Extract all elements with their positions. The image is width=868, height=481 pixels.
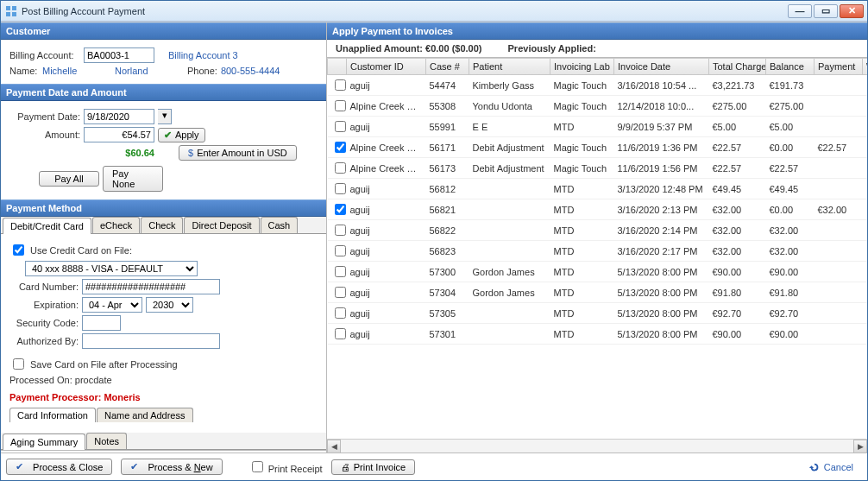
- payment-date-input[interactable]: [84, 109, 154, 124]
- row-checkbox[interactable]: [335, 79, 346, 91]
- cell-total: €32.00: [709, 199, 766, 220]
- col-patient[interactable]: Patient: [469, 59, 550, 75]
- col-case[interactable]: Case #: [426, 59, 469, 75]
- row-checkbox[interactable]: [335, 162, 346, 174]
- cancel-button[interactable]: Cancel: [800, 459, 862, 475]
- table-row[interactable]: aguij55991E EMTD9/9/2019 5:37 PM€5.00€5.…: [328, 117, 868, 137]
- cell-lab: MTD: [550, 117, 614, 137]
- cell-date: 11/6/2019 1:36 PM: [614, 137, 709, 158]
- table-row[interactable]: aguij56823MTD3/16/2020 2:17 PM€32.00€32.…: [328, 241, 868, 262]
- row-checkbox[interactable]: [335, 266, 346, 277]
- maximize-button[interactable]: ▭: [814, 4, 838, 18]
- row-checkbox[interactable]: [335, 121, 346, 132]
- col-writeoff[interactable]: Write-Off: [863, 59, 868, 75]
- row-checkbox[interactable]: [335, 287, 346, 298]
- minimize-button[interactable]: —: [788, 4, 812, 18]
- card-number-input[interactable]: [82, 279, 220, 294]
- tab-debit-credit[interactable]: Debit/Credit Card: [3, 218, 91, 234]
- cell-customer-id: aguij: [347, 303, 426, 324]
- col-customer-id[interactable]: Customer ID: [347, 59, 426, 75]
- row-checkbox[interactable]: [335, 307, 346, 319]
- cell-patient: [469, 199, 550, 220]
- cell-customer-id: aguij: [347, 220, 426, 241]
- col-lab[interactable]: Invoicing Lab: [550, 59, 614, 75]
- check-icon: ✔: [16, 461, 23, 472]
- cell-total: €91.80: [709, 282, 766, 303]
- authorized-by-input[interactable]: [82, 333, 220, 349]
- table-row[interactable]: aguij56812MTD3/13/2020 12:48 PM€49.45€49…: [328, 179, 868, 199]
- pay-all-button[interactable]: Pay All: [39, 171, 99, 187]
- row-checkbox[interactable]: [335, 245, 346, 256]
- table-row[interactable]: aguij57305MTD5/13/2020 8:00 PM€92.70€92.…: [328, 303, 868, 324]
- table-row[interactable]: Alpine Creek De...56173Debit AdjustmentM…: [328, 158, 868, 179]
- col-date[interactable]: Invoice Date: [614, 59, 709, 75]
- table-row[interactable]: aguij56821MTD3/16/2020 2:13 PM€32.00€0.0…: [328, 199, 868, 220]
- app-icon: [4, 4, 18, 18]
- cell-patient: [469, 220, 550, 241]
- billing-account-link[interactable]: Billing Account 3: [168, 50, 238, 60]
- row-checkbox[interactable]: [335, 142, 346, 153]
- lastname-link[interactable]: Norland: [115, 66, 184, 76]
- table-row[interactable]: Alpine Creek De...55308Yondu UdontaMagic…: [328, 96, 868, 117]
- tab-echeck[interactable]: eCheck: [92, 217, 140, 233]
- col-balance[interactable]: Balance: [766, 59, 815, 75]
- cell-writeoff: [863, 303, 868, 324]
- table-row[interactable]: aguij57301MTD5/13/2020 8:00 PM€90.00€90.…: [328, 324, 868, 345]
- apply-amount-button[interactable]: ✔Apply: [158, 128, 205, 142]
- invoice-grid[interactable]: Customer ID Case # Patient Invoicing Lab…: [327, 58, 867, 439]
- pay-none-button[interactable]: Pay None: [103, 166, 163, 192]
- cell-patient: Kimberly Gass: [469, 75, 550, 96]
- save-card-checkbox[interactable]: [13, 358, 24, 370]
- col-total[interactable]: Total Charge: [709, 59, 766, 75]
- col-checkbox[interactable]: [328, 59, 347, 75]
- table-row[interactable]: aguij57300Gordon JamesMTD5/13/2020 8:00 …: [328, 262, 868, 282]
- tab-notes[interactable]: Notes: [86, 433, 127, 449]
- horizontal-scrollbar[interactable]: ◀ ▶: [327, 439, 867, 453]
- cell-total: €275.00: [709, 96, 766, 117]
- cell-lab: Magic Touch: [550, 75, 614, 96]
- cell-total: €5.00: [709, 117, 766, 137]
- firstname-link[interactable]: Michelle: [42, 66, 111, 76]
- process-new-button[interactable]: ✔ Process & New: [121, 459, 222, 475]
- exp-year-select[interactable]: 2030: [146, 297, 193, 313]
- scroll-right-button[interactable]: ▶: [853, 440, 867, 453]
- svg-rect-2: [6, 12, 10, 16]
- subtab-card-info[interactable]: Card Information: [9, 408, 96, 422]
- tab-cash[interactable]: Cash: [261, 217, 299, 233]
- customer-header: Customer: [1, 22, 326, 40]
- row-checkbox[interactable]: [335, 100, 346, 111]
- amount-input[interactable]: [84, 127, 154, 142]
- exp-month-select[interactable]: 04 - Apr: [82, 297, 142, 313]
- print-receipt-checkbox[interactable]: [252, 461, 263, 472]
- row-checkbox[interactable]: [335, 328, 346, 339]
- save-card-label: Save Card on File after Processing: [30, 359, 178, 370]
- use-card-checkbox[interactable]: [13, 244, 24, 256]
- row-checkbox[interactable]: [335, 183, 346, 194]
- cell-patient: Gordon James: [469, 282, 550, 303]
- scroll-left-button[interactable]: ◀: [327, 440, 341, 453]
- subtab-name-address[interactable]: Name and Address: [97, 408, 193, 422]
- tab-check[interactable]: Check: [141, 217, 183, 233]
- col-payment[interactable]: Payment: [815, 59, 863, 75]
- billing-account-input[interactable]: [84, 47, 154, 63]
- enter-usd-button[interactable]: $Enter Amount in USD: [179, 145, 297, 161]
- card-on-file-select[interactable]: 40 xxx 8888 - VISA - DEFAULT: [25, 261, 198, 276]
- row-checkbox[interactable]: [335, 204, 346, 215]
- security-code-input[interactable]: [82, 315, 121, 331]
- tab-direct-deposit[interactable]: Direct Deposit: [184, 217, 259, 233]
- name-label: Name:: [9, 66, 39, 76]
- cell-writeoff: [863, 241, 868, 262]
- tab-aging-summary[interactable]: Aging Summary: [3, 434, 85, 450]
- phone-link[interactable]: 800-555-4444: [221, 66, 280, 76]
- cell-customer-id: aguij: [347, 117, 426, 137]
- print-invoice-button[interactable]: 🖨Print Invoice: [331, 459, 416, 475]
- process-close-button[interactable]: ✔ Process & Close: [6, 459, 112, 475]
- table-row[interactable]: Alpine Creek De...56171Debit AdjustmentM…: [328, 137, 868, 158]
- date-dropdown-button[interactable]: ▾: [158, 109, 172, 124]
- close-button[interactable]: ✕: [840, 4, 864, 18]
- table-row[interactable]: aguij56822MTD3/16/2020 2:14 PM€32.00€32.…: [328, 220, 868, 241]
- row-checkbox[interactable]: [335, 225, 346, 236]
- cell-writeoff: [863, 262, 868, 282]
- table-row[interactable]: aguij57304Gordon JamesMTD5/13/2020 8:00 …: [328, 282, 868, 303]
- table-row[interactable]: aguij54474Kimberly GassMagic Touch3/16/2…: [328, 75, 868, 96]
